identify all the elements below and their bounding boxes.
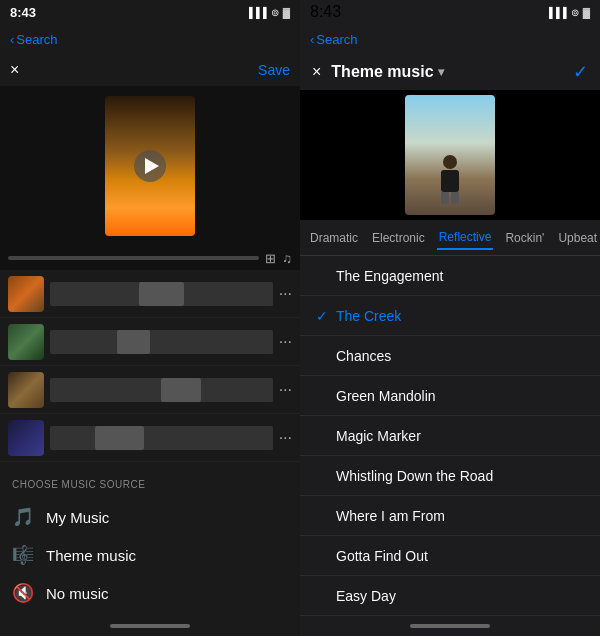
confirm-button[interactable]: ✓: [573, 61, 588, 83]
tab-rockin[interactable]: Rockin': [503, 227, 546, 249]
person-figure: [438, 155, 463, 205]
no-music-item[interactable]: 🔇 No music: [12, 574, 288, 612]
right-back-button[interactable]: ‹ Search: [310, 32, 358, 47]
grid-icon[interactable]: ⊞: [265, 251, 276, 266]
song-name-1: The Engagement: [336, 268, 443, 284]
battery-icon: ▓: [283, 7, 290, 18]
song-item[interactable]: Chances: [300, 336, 600, 376]
play-button[interactable]: [134, 150, 166, 182]
song-name-4: Green Mandolin: [336, 388, 436, 404]
right-video-thumbnail: [405, 95, 495, 215]
song-name-5: Magic Marker: [336, 428, 421, 444]
right-nav: ‹ Search: [300, 24, 600, 54]
left-video-preview: [0, 86, 300, 246]
tracks-section: ··· ··· ··· ···: [0, 270, 300, 471]
song-name-9: Easy Day: [336, 588, 396, 604]
song-check-9: [316, 588, 336, 604]
track-waveform-1: [50, 282, 273, 306]
play-icon: [145, 158, 159, 174]
song-name-3: Chances: [336, 348, 391, 364]
left-back-button[interactable]: ‹ Search: [10, 32, 58, 47]
track-more-2[interactable]: ···: [279, 333, 292, 351]
song-name-8: Gotta Find Out: [336, 548, 428, 564]
music-icon[interactable]: ♫: [282, 251, 292, 266]
left-close-button[interactable]: ×: [10, 61, 19, 79]
timeline-icons: ⊞ ♫: [265, 251, 292, 266]
theme-music-icon: 🎼: [12, 544, 34, 566]
tab-upbeat[interactable]: Upbeat: [556, 227, 599, 249]
track-thumbnail-4: [8, 420, 44, 456]
song-item[interactable]: Gotta Find Out: [300, 536, 600, 576]
my-music-icon: 🎵: [12, 506, 34, 528]
right-panel: 8:43 ▐▐▐ ⊚ ▓ ‹ Search × Theme music ▾ ✓: [300, 0, 600, 636]
home-indicator: [110, 624, 190, 628]
right-cellular-icon: ▐▐▐: [545, 7, 566, 18]
song-item[interactable]: Green Mandolin: [300, 376, 600, 416]
right-battery-icon: ▓: [583, 7, 590, 18]
right-time: 8:43: [310, 3, 341, 21]
track-more-3[interactable]: ···: [279, 381, 292, 399]
right-home-indicator: [410, 624, 490, 628]
song-check-3: [316, 348, 336, 364]
wifi-icon: ⊚: [271, 7, 279, 18]
track-row[interactable]: ···: [0, 366, 300, 414]
song-item[interactable]: Easy Day: [300, 576, 600, 616]
right-close-button[interactable]: ×: [312, 63, 321, 81]
tab-reflective[interactable]: Reflective: [437, 226, 494, 250]
right-wifi-icon: ⊚: [571, 7, 579, 18]
timeline-bar: ⊞ ♫: [0, 246, 300, 270]
right-bottom-bar: [300, 616, 600, 636]
theme-music-title: Theme music ▾: [331, 63, 443, 81]
figure-head: [443, 155, 457, 169]
left-toolbar: × Save: [0, 54, 300, 86]
tab-electronic[interactable]: Electronic: [370, 227, 427, 249]
track-waveform-3: [50, 378, 273, 402]
song-check-5: [316, 428, 336, 444]
song-check-4: [316, 388, 336, 404]
my-music-label: My Music: [46, 509, 109, 526]
left-save-button[interactable]: Save: [258, 62, 290, 78]
left-status-bar: 8:43 ▐▐▐ ⊚ ▓: [0, 0, 300, 24]
right-status-bar: 8:43 ▐▐▐ ⊚ ▓: [300, 0, 600, 24]
music-source-section: CHOOSE MUSIC SOURCE 🎵 My Music 🎼 Theme m…: [0, 471, 300, 616]
genre-tabs: Dramatic Electronic Reflective Rockin' U…: [300, 220, 600, 256]
track-thumbnail-1: [8, 276, 44, 312]
song-item[interactable]: ✓ The Creek: [300, 296, 600, 336]
track-waveform-2: [50, 330, 273, 354]
song-list: The Engagement ✓ The Creek Chances Green…: [300, 256, 600, 616]
theme-music-item[interactable]: 🎼 Theme music: [12, 536, 288, 574]
right-video-preview: [300, 90, 600, 220]
video-thumbnail: [105, 96, 195, 236]
song-check-6: [316, 468, 336, 484]
track-thumbnail-2: [8, 324, 44, 360]
tab-dramatic[interactable]: Dramatic: [308, 227, 360, 249]
left-nav: ‹ Search: [0, 24, 300, 54]
track-row[interactable]: ···: [0, 318, 300, 366]
song-name-2: The Creek: [336, 308, 401, 324]
left-panel: 8:43 ▐▐▐ ⊚ ▓ ‹ Search × Save ⊞ ♫: [0, 0, 300, 636]
no-music-icon: 🔇: [12, 582, 34, 604]
song-check-1: [316, 268, 336, 284]
song-item[interactable]: Magic Marker: [300, 416, 600, 456]
track-more-1[interactable]: ···: [279, 285, 292, 303]
timeline-track[interactable]: [8, 256, 259, 260]
track-more-4[interactable]: ···: [279, 429, 292, 447]
song-check-7: [316, 508, 336, 524]
song-item[interactable]: Where I am From: [300, 496, 600, 536]
song-item[interactable]: Whistling Down the Road: [300, 456, 600, 496]
song-check-2: ✓: [316, 308, 336, 324]
song-item[interactable]: The Engagement: [300, 256, 600, 296]
left-time: 8:43: [10, 5, 36, 20]
cellular-icon: ▐▐▐: [245, 7, 266, 18]
track-row[interactable]: ···: [0, 414, 300, 462]
figure-legs: [441, 192, 459, 204]
track-row[interactable]: ···: [0, 270, 300, 318]
music-source-title: CHOOSE MUSIC SOURCE: [12, 479, 288, 490]
no-music-label: No music: [46, 585, 109, 602]
song-name-6: Whistling Down the Road: [336, 468, 493, 484]
my-music-item[interactable]: 🎵 My Music: [12, 498, 288, 536]
chevron-down-icon: ▾: [438, 65, 444, 79]
figure-body: [441, 170, 459, 192]
right-toolbar: × Theme music ▾ ✓: [300, 54, 600, 90]
song-check-8: [316, 548, 336, 564]
